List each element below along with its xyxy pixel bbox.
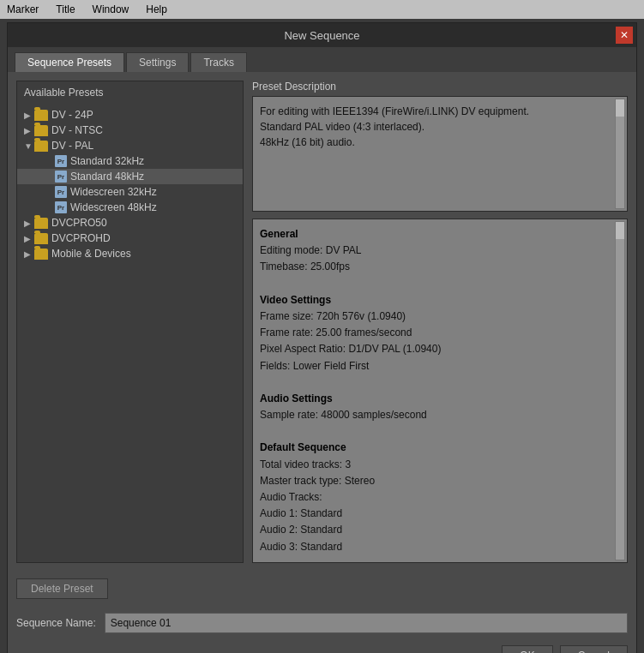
- tree-label-mobile: Mobile & Devices: [51, 248, 131, 260]
- folder-icon-dvcprohd: [34, 233, 48, 244]
- tree-item-std32[interactable]: Pr Standard 32kHz: [17, 153, 243, 169]
- tree-item-dvntsc[interactable]: ▶ DV - NTSC: [17, 123, 243, 138]
- info-master-track: Master track type: Stereo: [260, 473, 620, 489]
- menu-window[interactable]: Window: [89, 2, 133, 17]
- menu-title[interactable]: Title: [52, 2, 78, 17]
- tree-item-std48[interactable]: Pr Standard 48kHz: [17, 169, 243, 184]
- desc-header: Preset Description: [252, 81, 628, 93]
- delete-preset-button[interactable]: Delete Preset: [16, 578, 108, 599]
- info-audio1: Audio 1: Standard: [260, 506, 620, 522]
- info-audio2: Audio 2: Standard: [260, 522, 620, 538]
- tree-item-mobile[interactable]: ▶ Mobile & Devices: [17, 246, 243, 261]
- new-sequence-dialog: New Sequence ✕ Sequence Presets Settings…: [7, 22, 637, 653]
- action-row: OK Cancel: [8, 640, 636, 653]
- tab-settings[interactable]: Settings: [126, 52, 189, 72]
- menu-help[interactable]: Help: [142, 2, 171, 17]
- available-presets-header: Available Presets: [17, 81, 243, 104]
- tree-label-dv24p: DV - 24P: [51, 109, 93, 121]
- folder-icon-dv24p: [34, 110, 48, 121]
- desc-scrollbar[interactable]: [615, 99, 625, 209]
- tab-tracks[interactable]: Tracks: [190, 52, 247, 72]
- tree-label-dvcpro50: DVCPRO50: [51, 217, 107, 229]
- menu-bar: Marker Title Window Help: [0, 0, 644, 19]
- tree-item-dv24p[interactable]: ▶ DV - 24P: [17, 107, 243, 123]
- info-audio3: Audio 3: Standard: [260, 539, 620, 555]
- tree-label-std48: Standard 48kHz: [70, 171, 144, 183]
- folder-icon-dvpal: [34, 141, 48, 152]
- tree-arrow-dvcprohd: ▶: [24, 234, 34, 243]
- info-general-label: General: [260, 226, 620, 243]
- file-icon-ws32: Pr: [55, 186, 67, 198]
- default-seq-title: Default Sequence: [260, 441, 346, 453]
- info-scrollbar[interactable]: [615, 221, 625, 560]
- description-text: For editing with IEEE1394 (FireWire/i.LI…: [260, 105, 529, 148]
- folder-icon-dvcpro50: [34, 218, 48, 229]
- sequence-name-label: Sequence Name:: [16, 617, 96, 629]
- description-box: For editing with IEEE1394 (FireWire/i.LI…: [252, 96, 628, 212]
- ok-button[interactable]: OK: [502, 645, 552, 653]
- video-settings-title: Video Settings: [260, 294, 331, 306]
- folder-icon-mobile: [34, 249, 48, 260]
- info-box: General Editing mode: DV PAL Timebase: 2…: [252, 219, 628, 563]
- file-icon-std32: Pr: [55, 155, 67, 167]
- tree-label-std32: Standard 32kHz: [70, 155, 144, 167]
- info-audio-tracks: Audio Tracks:: [260, 489, 620, 506]
- info-fields: Fields: Lower Field First: [260, 358, 620, 374]
- left-panel: Available Presets ▶ DV - 24P ▶ DV - NTSC…: [16, 81, 244, 563]
- info-audio-settings-label: Audio Settings: [260, 391, 620, 407]
- tree-item-ws32[interactable]: Pr Widescreen 32kHz: [17, 184, 243, 200]
- presets-tree: ▶ DV - 24P ▶ DV - NTSC ▼ DV - PAL: [17, 104, 243, 562]
- tree-label-dvcprohd: DVCPROHD: [51, 232, 111, 244]
- right-panel: Preset Description For editing with IEEE…: [252, 81, 628, 563]
- cancel-button[interactable]: Cancel: [560, 645, 628, 653]
- general-title: General: [260, 228, 298, 240]
- file-icon-std48: Pr: [55, 171, 67, 183]
- dialog-titlebar: New Sequence ✕: [8, 23, 636, 47]
- info-frame-rate: Frame rate: 25.00 frames/second: [260, 325, 620, 341]
- tree-label-ws48: Widescreen 48kHz: [70, 201, 157, 213]
- file-icon-ws48: Pr: [55, 201, 67, 213]
- preset-description-section: Preset Description For editing with IEEE…: [252, 81, 628, 212]
- audio-settings-title: Audio Settings: [260, 392, 333, 404]
- info-sample-rate: Sample rate: 48000 samples/second: [260, 407, 620, 423]
- info-video-settings-label: Video Settings: [260, 292, 620, 309]
- tree-item-dvpal[interactable]: ▼ DV - PAL: [17, 138, 243, 153]
- tree-arrow-mobile: ▶: [24, 249, 34, 259]
- desc-scrollbar-thumb: [616, 99, 624, 117]
- tree-label-dvpal: DV - PAL: [51, 140, 93, 152]
- tree-arrow-dvntsc: ▶: [24, 126, 34, 135]
- menu-marker[interactable]: Marker: [3, 2, 42, 17]
- sequence-name-row: Sequence Name:: [8, 606, 636, 640]
- tree-item-dvcpro50[interactable]: ▶ DVCPRO50: [17, 215, 243, 231]
- close-button[interactable]: ✕: [616, 27, 633, 44]
- tree-arrow-dv24p: ▶: [24, 111, 34, 120]
- tree-item-ws48[interactable]: Pr Widescreen 48kHz: [17, 200, 243, 215]
- info-default-seq-label: Default Sequence: [260, 440, 620, 456]
- info-total-video: Total video tracks: 3: [260, 457, 620, 473]
- tree-item-dvcprohd[interactable]: ▶ DVCPROHD: [17, 231, 243, 246]
- info-timebase: Timebase: 25.00fps: [260, 259, 620, 275]
- tree-arrow-dvcpro50: ▶: [24, 219, 34, 228]
- tree-label-ws32: Widescreen 32kHz: [70, 186, 157, 198]
- info-editing-mode: Editing mode: DV PAL: [260, 243, 620, 259]
- info-scrollbar-thumb: [616, 222, 624, 239]
- dialog-content: Available Presets ▶ DV - 24P ▶ DV - NTSC…: [8, 72, 636, 572]
- tree-label-dvntsc: DV - NTSC: [51, 124, 103, 136]
- dialog-title: New Sequence: [284, 29, 359, 42]
- folder-icon-dvntsc: [34, 125, 48, 136]
- info-pixel-aspect: Pixel Aspect Ratio: D1/DV PAL (1.0940): [260, 341, 620, 357]
- info-frame-size: Frame size: 720h 576v (1.0940): [260, 309, 620, 325]
- tab-bar: Sequence Presets Settings Tracks: [8, 47, 636, 72]
- tab-sequence-presets[interactable]: Sequence Presets: [15, 52, 124, 72]
- sequence-name-input[interactable]: [105, 613, 628, 633]
- tree-arrow-dvpal: ▼: [24, 141, 34, 151]
- bottom-controls: Delete Preset: [8, 572, 636, 606]
